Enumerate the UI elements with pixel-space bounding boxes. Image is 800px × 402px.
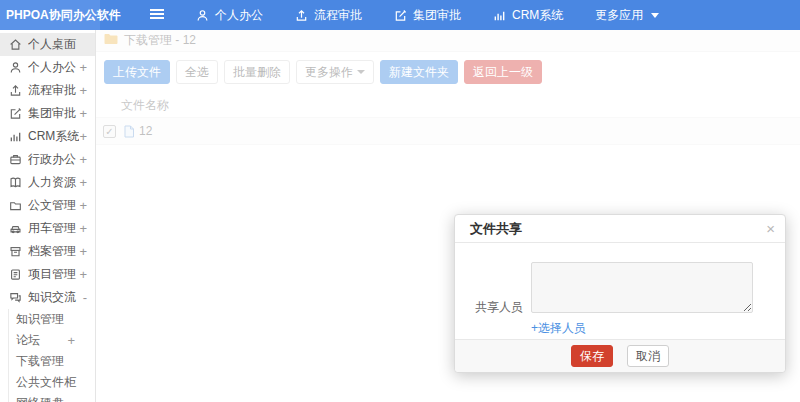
nav-item-crm[interactable]: CRM系统 [477,0,579,30]
sidebar-subitem-public-file-cabinet[interactable]: 公共文件柜 [9,372,95,393]
primary-nav: 个人办公 流程审批 集团审批 CRM系统 更多应用 [180,0,675,30]
chat-icon [9,291,22,304]
archive-icon [9,245,22,258]
sidebar-item-admin-office[interactable]: 行政办公 + [0,148,95,171]
sidebar-item-hr[interactable]: 人力资源 + [0,171,95,194]
edit-icon [9,107,22,120]
user-icon [196,9,209,22]
menu-toggle-button[interactable] [134,0,180,30]
sidebar-subitem-label: 下载管理 [16,353,64,370]
close-icon[interactable]: × [766,221,775,236]
upload-icon [9,84,22,97]
expand-toggle[interactable]: + [79,106,87,121]
sidebar-item-archive-mgmt[interactable]: 档案管理 + [0,240,95,263]
nav-item-label: 流程审批 [314,7,362,24]
nav-item-more-apps[interactable]: 更多应用 [579,0,675,30]
sidebar-item-label: 公文管理 [28,197,79,214]
sidebar-item-document-mgmt[interactable]: 公文管理 + [0,194,95,217]
nav-item-label: 更多应用 [595,7,643,24]
sidebar-subitem-download-mgmt[interactable]: 下载管理 [9,351,95,372]
nav-item-process-approval[interactable]: 流程审批 [279,0,378,30]
expand-toggle[interactable]: + [79,129,87,144]
share-people-label: 共享人员 [467,299,523,316]
app-logo: PHPOA协同办公软件 [0,0,100,30]
folder-icon [9,199,22,212]
sidebar-item-label: 个人办公 [28,59,79,76]
sidebar-subitem-label: 公共文件柜 [16,374,76,391]
expand-toggle[interactable]: + [79,267,87,282]
sidebar-item-label: 集团审批 [28,105,79,122]
cancel-button[interactable]: 取消 [627,345,669,367]
sidebar-subitem-label: 知识管理 [16,311,64,328]
expand-toggle[interactable]: + [79,60,87,75]
sidebar-subitem-forum[interactable]: 论坛 + [9,330,95,351]
sidebar-item-group-approval[interactable]: 集团审批 + [0,102,95,125]
file-share-modal: 文件共享 × 共享人员 +选择人员 保存 取消 [454,214,786,373]
sidebar-item-vehicle-mgmt[interactable]: 用车管理 + [0,217,95,240]
save-button[interactable]: 保存 [571,345,613,367]
home-icon [9,38,22,51]
sidebar-subitem-knowledge-mgmt[interactable]: 知识管理 [9,309,95,330]
expand-toggle[interactable]: + [79,221,87,236]
upload-icon [295,9,308,22]
top-navbar: PHPOA协同办公软件 个人办公 流程审批 集团审批 [0,0,800,30]
nav-item-group-approval[interactable]: 集团审批 [378,0,477,30]
sidebar-item-label: 个人桌面 [28,36,87,53]
sidebar-subitem-network-disk[interactable]: 网络硬盘 [9,393,95,402]
sidebar-subitem-label: 论坛 [16,332,40,349]
bar-chart-icon [493,9,506,22]
sidebar-item-label: 用车管理 [28,220,79,237]
expand-toggle[interactable]: + [79,83,87,98]
modal-footer: 保存 取消 [455,339,785,372]
caret-down-icon [651,13,659,18]
sidebar-item-label: 项目管理 [28,266,79,283]
sidebar-item-label: 知识交流 [28,289,83,306]
clipboard-icon [9,268,22,281]
car-icon [9,222,22,235]
sidebar-item-crm[interactable]: CRM系统 + [0,125,95,148]
nav-item-label: 个人办公 [215,7,263,24]
bar-chart-icon [9,130,22,143]
hamburger-icon [149,7,165,24]
expand-toggle[interactable]: + [79,244,87,259]
sidebar-subitem-label: 网络硬盘 [16,395,64,402]
expand-toggle[interactable]: + [67,333,75,348]
sidebar-item-process-approval[interactable]: 流程审批 + [0,79,95,102]
nav-item-label: CRM系统 [512,7,563,24]
choose-people-link[interactable]: +选择人员 [531,320,765,337]
share-people-textarea[interactable] [531,262,753,313]
nav-item-label: 集团审批 [413,7,461,24]
modal-header: 文件共享 × [455,215,785,243]
expand-toggle[interactable]: + [79,175,87,190]
knowledge-exchange-submenu: 知识管理 论坛 + 下载管理 公共文件柜 网络硬盘 [8,309,95,402]
user-icon [9,61,22,74]
book-icon [9,176,22,189]
sidebar-item-knowledge-exchange[interactable]: 知识交流 - [0,286,95,309]
modal-title: 文件共享 [470,220,522,238]
sidebar-item-personal-office[interactable]: 个人办公 + [0,56,95,79]
sidebar-item-label: 人力资源 [28,174,79,191]
briefcase-icon [9,153,22,166]
nav-item-personal-office[interactable]: 个人办公 [180,0,279,30]
sidebar-item-personal-desktop[interactable]: 个人桌面 [0,33,95,56]
sidebar-item-project-mgmt[interactable]: 项目管理 + [0,263,95,286]
modal-body: 共享人员 +选择人员 [455,243,785,339]
collapse-toggle[interactable]: - [83,290,87,305]
sidebar-item-label: 流程审批 [28,82,79,99]
expand-toggle[interactable]: + [79,198,87,213]
sidebar-item-label: CRM系统 [28,128,79,145]
edit-icon [394,9,407,22]
sidebar-item-label: 档案管理 [28,243,79,260]
sidebar: 个人桌面 个人办公 + 流程审批 + 集团审批 + [0,30,96,402]
expand-toggle[interactable]: + [79,152,87,167]
sidebar-item-label: 行政办公 [28,151,79,168]
